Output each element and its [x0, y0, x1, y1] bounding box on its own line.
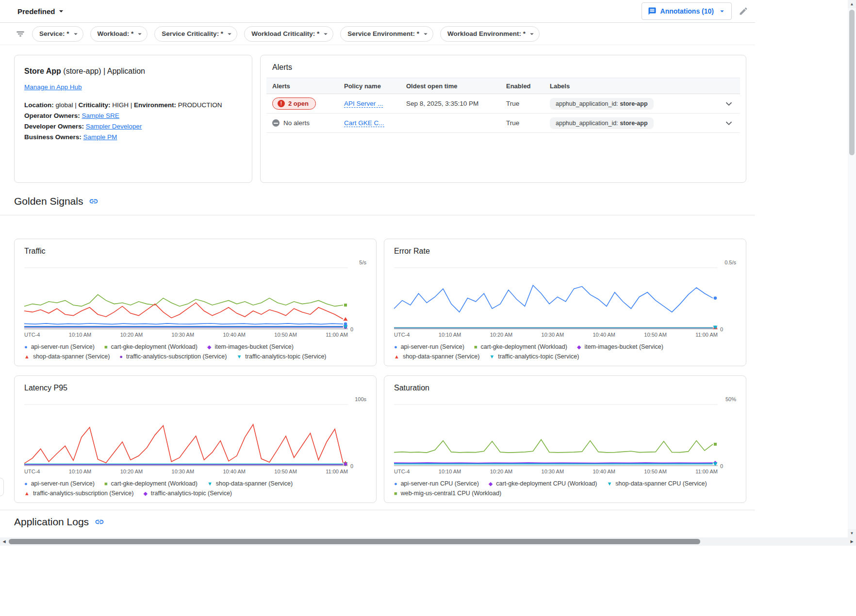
- y-axis-max-label: 5/s: [359, 259, 366, 265]
- annotations-button[interactable]: Annotations (10): [642, 2, 732, 20]
- chart-plot[interactable]: [394, 404, 718, 466]
- legend-item[interactable]: ■cart-gke-deployment (Workload): [104, 480, 198, 487]
- legend-item[interactable]: ■cart-gke-deployment (Workload): [474, 343, 567, 350]
- y-axis-zero-label: 0: [350, 463, 353, 469]
- chevron-down-icon: [321, 30, 330, 38]
- filter-chip-label: Service: *: [39, 30, 69, 37]
- x-tick-label: 10:40 AM: [593, 332, 615, 338]
- legend-series-name: api-server-run (Service): [31, 343, 95, 350]
- chart-title: Latency P95: [24, 384, 366, 392]
- x-tick-label: 10:20 AM: [490, 469, 512, 474]
- owner-link[interactable]: Sampler Developer: [86, 123, 142, 130]
- x-tick-label: 10:50 AM: [644, 469, 666, 474]
- vertical-scrollbar[interactable]: ▲ ▼: [848, 0, 856, 537]
- legend-item[interactable]: ◆cart-gke-deployment CPU (Workload): [489, 480, 597, 487]
- legend-item[interactable]: ◆item-images-bucket (Service): [207, 343, 294, 350]
- scroll-right-arrow[interactable]: ▶: [848, 537, 856, 546]
- legend-item[interactable]: ■web-mig-us-central1 CPU (Workload): [394, 490, 501, 497]
- chevron-down-icon: [718, 7, 726, 16]
- policy-link[interactable]: Cart GKE C...: [344, 119, 384, 127]
- expand-row-button[interactable]: [723, 97, 735, 110]
- y-axis-max-label: 0.5/s: [724, 259, 736, 265]
- manage-app-hub-link[interactable]: Manage in App Hub: [24, 83, 82, 91]
- x-axis-labels: UTC-410:10 AM10:20 AM10:30 AM10:40 AM10:…: [394, 332, 718, 338]
- vertical-scroll-thumb[interactable]: [849, 10, 855, 155]
- legend-series-name: item-images-bucket (Service): [214, 343, 294, 350]
- x-tick-label: 10:10 AM: [69, 332, 91, 338]
- legend-item[interactable]: ▼shop-data-spanner (Service): [207, 480, 293, 487]
- preset-dropdown[interactable]: Predefined: [17, 6, 66, 16]
- chart-plot[interactable]: [394, 267, 718, 329]
- owner-link[interactable]: Sample SRE: [82, 112, 119, 119]
- chevron-down-icon: [56, 6, 66, 16]
- chevron-down-icon: [724, 98, 734, 109]
- chart-card-saturation: Saturation 50% 0 UTC-410:10 AM10:20 AM10…: [384, 375, 746, 503]
- legend-item[interactable]: ▼traffic-analytics-topic (Service): [236, 353, 326, 360]
- alert-oldest-time-cell: [402, 113, 502, 133]
- legend-item[interactable]: ●traffic-analytics-subscription (Service…: [119, 353, 227, 360]
- horizontal-scrollbar[interactable]: ◀ ▶: [0, 537, 856, 546]
- legend-item[interactable]: ▲traffic-analytics-subscription (Service…: [24, 490, 133, 497]
- edit-icon[interactable]: [739, 6, 748, 16]
- legend-series-name: cart-gke-deployment (Workload): [481, 343, 567, 350]
- alerts-column-header-empty: [719, 78, 740, 94]
- dashboard-page: Predefined Annotations (10) Service: *Wo…: [0, 0, 856, 616]
- horizontal-scroll-thumb[interactable]: [9, 539, 700, 544]
- chart-plot[interactable]: [24, 267, 348, 329]
- alert-open-badge[interactable]: 2 open: [272, 97, 316, 110]
- chart-title: Saturation: [394, 384, 736, 392]
- legend-series-name: traffic-analytics-subscription (Service): [126, 353, 227, 360]
- legend-item[interactable]: ◆item-images-bucket (Service): [577, 343, 663, 350]
- alerts-column-header: Policy name: [340, 78, 402, 94]
- legend-item[interactable]: ●api-server-run (Service): [394, 343, 464, 350]
- legend-marker-triangle-up-icon: ▲: [24, 491, 30, 496]
- legend-item[interactable]: ▲shop-data-spanner (Service): [24, 353, 110, 360]
- chart-plot[interactable]: [24, 404, 348, 466]
- legend-item[interactable]: ▲shop-data-spanner (Service): [394, 353, 479, 360]
- legend-item[interactable]: ■cart-gke-deployment (Workload): [104, 343, 198, 350]
- x-tick-label: 10:10 AM: [439, 469, 461, 474]
- no-alerts-status: No alerts: [272, 119, 310, 127]
- scroll-up-arrow[interactable]: ▲: [848, 0, 856, 8]
- link-icon[interactable]: [95, 517, 104, 527]
- x-tick-label: 11:00 AM: [326, 332, 348, 338]
- legend-series-name: shop-data-spanner (Service): [216, 480, 293, 487]
- legend-item[interactable]: ◆traffic-analytics-topic (Service): [143, 490, 232, 497]
- legend-marker-triangle-down-icon: ▼: [489, 354, 494, 359]
- filter-chip-label: Service Criticality: *: [162, 30, 223, 37]
- link-icon[interactable]: [89, 196, 99, 206]
- filter-chip[interactable]: Service Criticality: *: [154, 26, 237, 42]
- legend-marker-diamond-icon: ◆: [577, 344, 581, 350]
- legend-series-name: traffic-analytics-subscription (Service): [33, 490, 133, 497]
- chevron-down-icon: [225, 30, 234, 38]
- legend-marker-diamond-icon: ◆: [489, 481, 493, 486]
- legend-item[interactable]: ▼traffic-analytics-topic (Service): [489, 353, 579, 360]
- chart-card-error-rate: Error Rate 0.5/s 0 UTC-410:10 AM10:20 AM…: [384, 239, 746, 366]
- legend-item[interactable]: ▼shop-data-spanner CPU (Service): [607, 480, 707, 487]
- annotations-label: Annotations (10): [660, 7, 714, 15]
- filter-chip[interactable]: Service: *: [32, 26, 83, 42]
- section-divider: [0, 215, 755, 215]
- legend-series-name: web-mig-us-central1 CPU (Workload): [401, 490, 501, 497]
- x-tick-label: 10:40 AM: [593, 469, 615, 474]
- legend-item[interactable]: ●api-server-run (Service): [24, 480, 95, 487]
- filter-chip[interactable]: Service Environment: *: [340, 26, 433, 42]
- chart-title: Traffic: [24, 247, 366, 256]
- x-tick-label: 10:30 AM: [542, 332, 564, 338]
- legend-series-name: api-server-run (Service): [401, 343, 464, 350]
- scroll-down-arrow[interactable]: ▼: [848, 529, 856, 537]
- scroll-left-arrow[interactable]: ◀: [0, 537, 8, 546]
- legend-item[interactable]: ●api-server-run (Service): [24, 343, 95, 350]
- alerts-column-header: Enabled: [502, 78, 546, 94]
- expand-row-button[interactable]: [723, 117, 735, 130]
- filter-chip[interactable]: Workload Criticality: *: [244, 26, 333, 42]
- policy-link[interactable]: API Server ...: [344, 100, 383, 108]
- x-axis-labels: UTC-410:10 AM10:20 AM10:30 AM10:40 AM10:…: [394, 469, 718, 474]
- filter-icon[interactable]: [16, 29, 25, 39]
- owner-link[interactable]: Sample PM: [83, 133, 117, 141]
- legend-item[interactable]: ●api-server-run CPU (Service): [394, 480, 479, 487]
- legend-marker-square-icon: ■: [394, 491, 397, 496]
- app-owners-list: Operator Owners: Sample SREDeveloper Own…: [24, 111, 242, 143]
- filter-chip[interactable]: Workload Environment: *: [440, 26, 540, 42]
- filter-chip[interactable]: Workload: *: [90, 26, 148, 42]
